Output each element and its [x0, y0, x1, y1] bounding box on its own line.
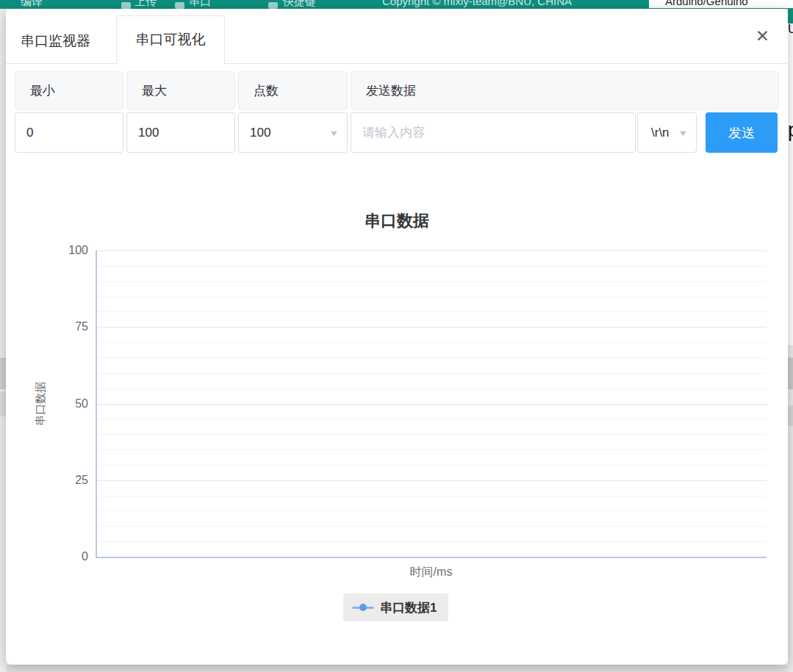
- form-header-row: 最小 最大 点数 发送数据: [15, 71, 779, 109]
- menu-item-2[interactable]: 串口: [189, 0, 211, 9]
- menu-item-0[interactable]: 编译: [21, 0, 43, 9]
- gridline: [97, 266, 767, 267]
- gridline: [97, 311, 767, 312]
- tab-bar: 串口监视器 串口可视化 ✕: [6, 9, 788, 64]
- gridline: [97, 496, 767, 496]
- y-tick-label: 50: [75, 397, 88, 411]
- gridline: [97, 342, 767, 343]
- min-header: 最小: [15, 71, 123, 109]
- points-select[interactable]: 100 ▼: [238, 112, 348, 153]
- gridline: [97, 480, 767, 481]
- scrollbar-thumb[interactable]: [0, 391, 6, 416]
- menu-item-icon: [121, 2, 131, 9]
- min-input-value: 0: [26, 126, 33, 140]
- tab-serial-monitor[interactable]: 串口监视器: [21, 32, 90, 51]
- toolbar-edge: [788, 8, 793, 24]
- gridline: [97, 373, 767, 374]
- menu-item-icon: [268, 2, 278, 9]
- y-tick-label: 75: [75, 320, 88, 333]
- line-ending-select[interactable]: \r\n ▼: [637, 112, 697, 153]
- page-text-fragment: p: [788, 119, 793, 142]
- tab-serial-visualization[interactable]: 串口可视化: [116, 15, 225, 65]
- gridline: [97, 250, 767, 251]
- menu-item-3[interactable]: 快捷键: [283, 0, 316, 9]
- gridline: [97, 465, 767, 466]
- y-tick-label: 0: [82, 550, 88, 563]
- send-content-placeholder: 请输入内容: [362, 124, 425, 141]
- gridline: [97, 389, 767, 389]
- gridline: [97, 358, 767, 358]
- board-dropdown-text: U: [788, 22, 793, 37]
- page-background: [788, 345, 793, 672]
- chevron-down-icon: ▼: [678, 129, 689, 137]
- gridline: [97, 404, 767, 405]
- page-left-edge: [0, 9, 6, 672]
- line-ending-value: \r\n: [651, 126, 670, 140]
- close-icon[interactable]: ✕: [756, 28, 769, 45]
- y-tick-label: 25: [75, 474, 88, 487]
- serial-dialog: 串口监视器 串口可视化 ✕ 最小 最大 点数 发送数据 0 100 100 ▼ …: [6, 9, 788, 665]
- legend-item-series1[interactable]: 串口数据1: [343, 593, 448, 621]
- copyright-text: Copyright © mixly-team@BNU, CHINA: [382, 0, 572, 7]
- line-series-marker-icon: [352, 603, 374, 612]
- send-button[interactable]: 发送: [706, 112, 778, 153]
- gridline: [97, 526, 767, 527]
- gridline: [97, 449, 767, 450]
- chart-plot-area: [96, 250, 767, 558]
- points-header: 点数: [238, 71, 348, 109]
- page-bottom-edge: [6, 665, 788, 672]
- max-input[interactable]: 100: [126, 112, 235, 153]
- min-input[interactable]: 0: [15, 112, 123, 153]
- gridline: [97, 327, 767, 328]
- chart-title: 串口数据: [6, 210, 788, 232]
- gridline: [97, 541, 767, 542]
- form-input-row: 0 100 100 ▼ 请输入内容 \r\n ▼ 发送: [15, 112, 779, 153]
- max-input-value: 100: [138, 126, 159, 140]
- page-right-edge: U p: [788, 0, 793, 672]
- x-axis-label: 时间/ms: [96, 565, 767, 580]
- menu-item-icon: [175, 2, 184, 9]
- send-content-input[interactable]: 请输入内容: [351, 112, 636, 153]
- board-selector-label: Arduino/Genuino: [665, 0, 748, 7]
- y-axis-label: 串口数据: [34, 382, 48, 426]
- y-tick-label: 100: [68, 244, 88, 257]
- gridline: [97, 419, 767, 419]
- board-selector[interactable]: Arduino/Genuino: [649, 0, 793, 8]
- scrollbar-thumb[interactable]: [788, 405, 793, 426]
- legend-label: 串口数据1: [380, 599, 437, 616]
- gridline: [97, 434, 767, 435]
- gridline: [97, 297, 767, 297]
- send-data-header: 发送数据: [351, 71, 779, 109]
- gridline: [97, 281, 767, 282]
- menu-item-1[interactable]: 上传: [134, 0, 157, 9]
- scrollbar-thumb[interactable]: [0, 358, 6, 389]
- gridline: [97, 510, 767, 511]
- points-select-value: 100: [250, 126, 270, 140]
- scrollbar-thumb[interactable]: [788, 358, 793, 389]
- max-header: 最大: [126, 71, 235, 109]
- chevron-down-icon: ▼: [329, 129, 340, 137]
